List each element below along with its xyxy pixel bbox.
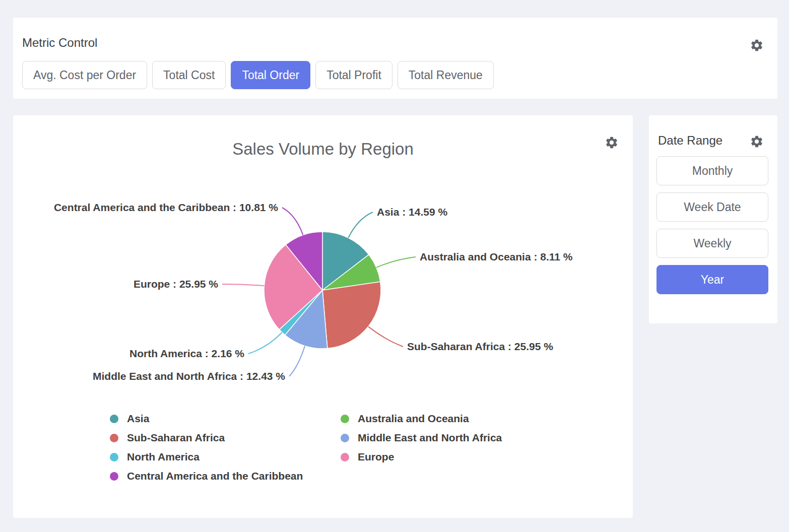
- slice-label-middle-east-and-north-africa: Middle East and North Africa : 12.43 %: [93, 370, 285, 382]
- legend-item-central-america-and-the-caribbean[interactable]: Central America and the Caribbean: [110, 470, 303, 482]
- date-range-button-monthly[interactable]: Monthly: [656, 156, 768, 185]
- label-line-middle-east-and-north-africa: [289, 346, 305, 376]
- legend-dot-australia-and-oceania: [341, 415, 349, 423]
- date-range-button-weekly[interactable]: Weekly: [656, 229, 768, 258]
- label-line-asia: [348, 212, 373, 238]
- legend-dot-sub-saharan-africa: [110, 434, 118, 442]
- legend-dot-europe: [341, 453, 349, 461]
- pie-chart: Asia : 14.59 %Australia and Oceania : 8.…: [13, 115, 633, 468]
- metric-button-total-profit[interactable]: Total Profit: [315, 61, 392, 89]
- legend-dot-central-america-and-the-caribbean: [110, 472, 118, 481]
- date-range-panel: Date Range MonthlyWeek DateWeeklyYear: [649, 115, 777, 323]
- legend-item-north-america[interactable]: North America: [110, 451, 200, 463]
- metric-button-total-revenue[interactable]: Total Revenue: [398, 61, 494, 89]
- legend-dot-middle-east-and-north-africa: [341, 434, 349, 442]
- slice-label-north-america: North America : 2.16 %: [129, 348, 244, 359]
- legend-label-central-america-and-the-caribbean: Central America and the Caribbean: [127, 470, 303, 482]
- legend-item-middle-east-and-north-africa[interactable]: Middle East and North Africa: [341, 432, 502, 444]
- slice-label-europe: Europe : 25.95 %: [134, 278, 218, 290]
- slice-label-sub-saharan-africa: Sub-Saharan Africa : 25.95 %: [407, 341, 553, 352]
- pie-slice-sub-saharan-africa[interactable]: [322, 282, 381, 348]
- legend-item-australia-and-oceania[interactable]: Australia and Oceania: [341, 413, 469, 425]
- metric-button-total-cost[interactable]: Total Cost: [152, 61, 226, 89]
- label-line-central-america-and-the-caribbean: [282, 208, 303, 235]
- legend-item-asia[interactable]: Asia: [110, 413, 149, 425]
- metric-control-title: Metric Control: [22, 36, 97, 50]
- label-line-sub-saharan-africa: [368, 326, 403, 347]
- legend-dot-asia: [110, 415, 118, 423]
- slice-label-asia: Asia : 14.59 %: [377, 206, 447, 218]
- date-range-gear-icon[interactable]: [750, 135, 764, 149]
- metric-control-gear-icon[interactable]: [750, 38, 764, 52]
- sales-volume-chart-panel: Sales Volume by Region Asia : 14.59 %Aus…: [13, 115, 633, 518]
- label-line-australia-and-oceania: [376, 257, 416, 268]
- metric-control-panel: Metric Control Avg. Cost per OrderTotal …: [13, 18, 777, 99]
- metric-button-group: Avg. Cost per OrderTotal CostTotal Order…: [22, 61, 494, 89]
- slice-label-central-america-and-the-caribbean: Central America and the Caribbean : 10.8…: [54, 202, 278, 213]
- date-range-title: Date Range: [658, 134, 722, 148]
- legend-label-north-america: North America: [127, 451, 200, 463]
- label-line-north-america: [248, 332, 282, 354]
- date-range-button-week-date[interactable]: Week Date: [656, 192, 768, 222]
- label-line-europe: [222, 284, 264, 286]
- slice-label-australia-and-oceania: Australia and Oceania : 8.11 %: [420, 251, 573, 262]
- legend-label-australia-and-oceania: Australia and Oceania: [358, 413, 469, 425]
- legend-label-europe: Europe: [358, 451, 394, 463]
- legend-dot-north-america: [110, 453, 118, 461]
- legend-label-middle-east-and-north-africa: Middle East and North Africa: [358, 432, 502, 444]
- legend-label-sub-saharan-africa: Sub-Saharan Africa: [127, 432, 225, 444]
- metric-button-total-order[interactable]: Total Order: [231, 61, 310, 89]
- date-range-button-group: MonthlyWeek DateWeeklyYear: [656, 156, 768, 294]
- metric-button-avg-cost-per-order[interactable]: Avg. Cost per Order: [22, 61, 147, 89]
- date-range-button-year[interactable]: Year: [656, 265, 768, 294]
- legend-label-asia: Asia: [127, 413, 149, 425]
- legend-item-sub-saharan-africa[interactable]: Sub-Saharan Africa: [110, 432, 225, 444]
- legend-item-europe[interactable]: Europe: [341, 451, 394, 463]
